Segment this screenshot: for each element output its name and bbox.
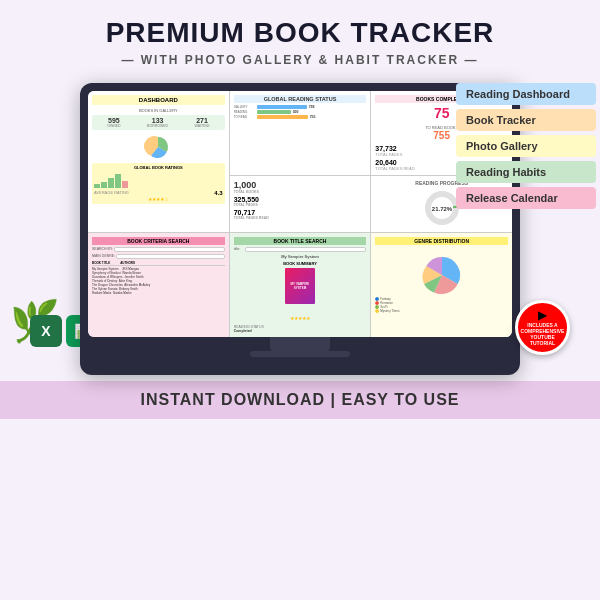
waiting-label: WAITING bbox=[195, 124, 210, 128]
reading-status-val: Completed bbox=[234, 329, 367, 333]
total-pages-val: 325,550 bbox=[234, 196, 367, 203]
owned-num: 595 bbox=[107, 117, 120, 124]
bar-val-reading: 500 bbox=[293, 110, 299, 114]
pages-read-label: TOTAL PAGES READ bbox=[234, 216, 367, 220]
bar-row-toread: TO READ 755 bbox=[234, 115, 367, 119]
feature-tag-book-tracker[interactable]: Book Tracker bbox=[456, 109, 596, 131]
bar-chart bbox=[94, 172, 223, 188]
feature-tag-book-tracker-label: Book Tracker bbox=[466, 114, 536, 126]
book-list-item-7: Radiant Martis Natalia Martin bbox=[92, 291, 225, 295]
criteria-search-label: SEARCH BY: bbox=[92, 247, 113, 252]
feature-tag-photo-gallery-label: Photo Gallery bbox=[466, 140, 538, 152]
bar-4 bbox=[115, 174, 121, 188]
title-search-title: BOOK TITLE SEARCH bbox=[234, 237, 367, 245]
col-title: BOOK TITLE bbox=[92, 261, 110, 265]
bar-val-gallery: 738 bbox=[309, 105, 315, 109]
feature-tag-reading-habits-label: Reading Habits bbox=[466, 166, 546, 178]
borrowed-stat: 133 BORROWED bbox=[147, 117, 168, 128]
bar-label-toread: TO READ bbox=[234, 115, 256, 119]
svg-text:21.72%: 21.72% bbox=[431, 206, 452, 212]
criteria-title: BOOK CRITERIA SEARCH bbox=[92, 237, 225, 245]
bar-2 bbox=[101, 182, 107, 188]
excel-icon: X bbox=[30, 315, 62, 347]
bar-val-toread: 755 bbox=[310, 115, 316, 119]
legend-mystery: 🟡 Mystery Times bbox=[375, 309, 508, 313]
criteria-search-input[interactable] bbox=[114, 247, 225, 252]
feature-tag-dashboard-label: Reading Dashboard bbox=[466, 88, 570, 100]
bar-label-gallery: GALLERY bbox=[234, 105, 256, 109]
total-books-cell: 1,000 TOTAL BOOKS 325,550 TOTAL PAGES 70… bbox=[230, 176, 371, 232]
genre-input[interactable] bbox=[116, 254, 225, 259]
bar-label-reading: READING bbox=[234, 110, 256, 114]
total-books-val: 1,000 bbox=[234, 180, 367, 190]
col-author: AUTHORS bbox=[120, 261, 135, 265]
yt-line4: TUTORIAL bbox=[530, 340, 555, 346]
books-in-gallery-label: BOOKS IN GALLERY bbox=[92, 108, 225, 113]
bar-row-gallery: GALLERY 738 bbox=[234, 105, 367, 109]
dashboard-cell: DASHBOARD BOOKS IN GALLERY 595 OWNED 133… bbox=[88, 91, 229, 232]
pages-read-section: 70,717 TOTAL PAGES READ bbox=[234, 209, 367, 220]
total-books-label: TOTAL BOOKS bbox=[234, 190, 367, 194]
total-pages-section: 325,550 TOTAL PAGES bbox=[234, 196, 367, 207]
book-list-header: BOOK TITLE AUTHORS bbox=[92, 261, 225, 266]
book-cover: MY VAMPIRE SYSTEM bbox=[285, 268, 315, 304]
title-search-row: title: bbox=[234, 247, 367, 252]
total-pages-label: TOTAL PAGES bbox=[234, 203, 367, 207]
feature-tag-dashboard[interactable]: Reading Dashboard bbox=[456, 83, 596, 105]
book-stars: ★★★★★ bbox=[234, 306, 367, 324]
feature-tag-reading-habits[interactable]: Reading Habits bbox=[456, 161, 596, 183]
pie-chart bbox=[144, 133, 172, 161]
genre-legend: 🔵 Fantasy 🔴 Romance 🟢 Sci-Fi 🟡 Mystery T… bbox=[375, 297, 508, 313]
monitor-wrapper: 🌿 X 📊 DASHBOARD BOOKS IN GALLERY 595 bbox=[0, 75, 600, 375]
feature-tag-release-calendar[interactable]: Release Calendar bbox=[456, 187, 596, 209]
yt-text: INCLUDES A COMPREHENSIVE YOUTUBE TUTORIA… bbox=[521, 322, 565, 346]
pages-read-val: 70,717 bbox=[234, 209, 367, 216]
book-cover-text: MY VAMPIRE SYSTEM bbox=[285, 280, 315, 292]
bottom-banner-text: INSTANT DOWNLOAD | EASY TO USE bbox=[10, 391, 590, 409]
monitor-stand bbox=[270, 337, 330, 351]
avg-rating-value: 4.3 bbox=[214, 190, 222, 196]
rating-section: GLOBAL BOOK RATINGS AVERAGE RATING 4.3 bbox=[92, 163, 225, 204]
pie-chart-area bbox=[92, 133, 225, 161]
genre-row: MAIN GENRE: bbox=[92, 254, 225, 259]
yt-play-icon: ▶ bbox=[538, 308, 547, 322]
right-panel: Reading Dashboard Book Tracker Photo Gal… bbox=[456, 83, 600, 209]
borrowed-label: BORROWED bbox=[147, 124, 168, 128]
reading-status-bars: GALLERY 738 READING 500 TO READ 7 bbox=[234, 105, 367, 119]
top-section: PREMIUM BOOK TRACKER — WITH PHOTO GALLER… bbox=[0, 0, 600, 75]
genre-label: MAIN GENRE: bbox=[92, 254, 115, 259]
book-list: My Vampire System JKS Mangas Symphony of… bbox=[92, 267, 225, 295]
criteria-search-row: SEARCH BY: bbox=[92, 247, 225, 252]
monitor-base bbox=[250, 351, 350, 357]
title-search-cell: BOOK TITLE SEARCH title: My Vampire Syst… bbox=[230, 233, 371, 337]
youtube-badge[interactable]: ▶ INCLUDES A COMPREHENSIVE YOUTUBE TUTOR… bbox=[515, 300, 570, 355]
waiting-stat: 271 WAITING bbox=[195, 117, 210, 128]
bar-fill-reading bbox=[257, 110, 291, 114]
bar-row-reading: READING 500 bbox=[234, 110, 367, 114]
main-title: PREMIUM BOOK TRACKER bbox=[20, 18, 580, 49]
bar-fill-toread bbox=[257, 115, 308, 119]
subtitle: — WITH PHOTO GALLERY & HABIT TRACKER — bbox=[20, 53, 580, 67]
book-summary-title: BOOK SUMMARY bbox=[234, 261, 367, 266]
genre-chart-area bbox=[375, 247, 508, 297]
reading-status-cell: GLOBAL READING STATUS GALLERY 738 READIN… bbox=[230, 91, 371, 175]
page-wrapper: PREMIUM BOOK TRACKER — WITH PHOTO GALLER… bbox=[0, 0, 600, 419]
criteria-cell: BOOK CRITERIA SEARCH SEARCH BY: MAIN GEN… bbox=[88, 233, 229, 337]
title-search-input[interactable] bbox=[245, 247, 367, 252]
owned-stat: 595 OWNED bbox=[107, 117, 120, 128]
rating-title: GLOBAL BOOK RATINGS bbox=[94, 165, 223, 170]
excel-label: X bbox=[41, 323, 50, 339]
title-search-label: title: bbox=[234, 247, 244, 252]
bar-1 bbox=[94, 184, 100, 188]
owned-label: OWNED bbox=[107, 124, 120, 128]
monitor-screen: DASHBOARD BOOKS IN GALLERY 595 OWNED 133… bbox=[88, 91, 512, 337]
genre-pie-chart bbox=[412, 247, 472, 297]
book-star-icons: ★★★★★ bbox=[290, 315, 310, 321]
book-name-display: My Vampire System bbox=[234, 254, 367, 259]
bottom-banner: INSTANT DOWNLOAD | EASY TO USE bbox=[0, 381, 600, 419]
feature-tag-photo-gallery[interactable]: Photo Gallery bbox=[456, 135, 596, 157]
waiting-num: 271 bbox=[195, 117, 210, 124]
monitor: DASHBOARD BOOKS IN GALLERY 595 OWNED 133… bbox=[80, 83, 520, 375]
feature-tag-release-calendar-label: Release Calendar bbox=[466, 192, 558, 204]
reading-status-title: GLOBAL READING STATUS bbox=[234, 95, 367, 103]
